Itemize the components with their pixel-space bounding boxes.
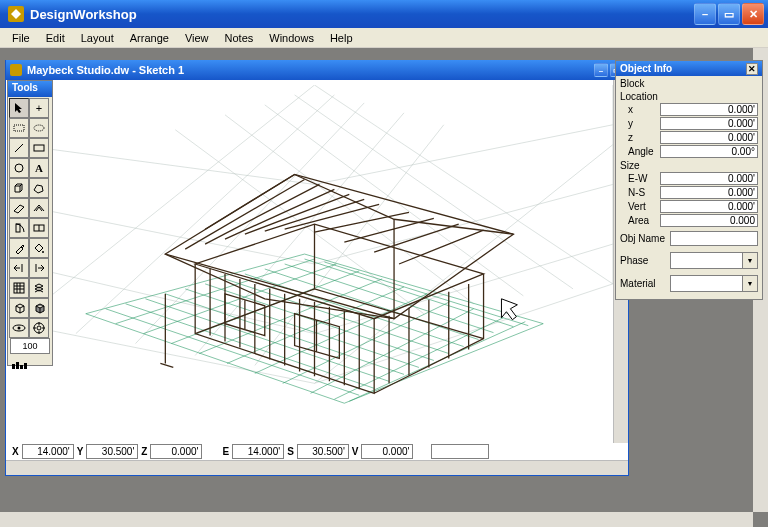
viewport-3d[interactable] (16, 85, 613, 443)
app-icon (8, 6, 24, 22)
info-ew-value[interactable]: 0.000' (660, 172, 758, 185)
svg-rect-15 (12, 364, 15, 369)
coord-v-value[interactable]: 0.000' (361, 444, 413, 459)
info-ns-value[interactable]: 0.000' (660, 186, 758, 199)
tool-paint[interactable] (29, 238, 49, 258)
info-area-value[interactable]: 0.000 (660, 214, 758, 227)
tool-nav-right[interactable] (29, 258, 49, 278)
info-angle-value[interactable]: 0.00° (660, 145, 758, 158)
svg-point-12 (18, 327, 21, 330)
menu-file[interactable]: File (4, 30, 38, 46)
doc-icon (10, 64, 22, 76)
coord-x-value[interactable]: 14.000' (22, 444, 74, 459)
tool-view-eye[interactable] (9, 318, 29, 338)
svg-rect-16 (16, 362, 19, 369)
info-y-label: y (620, 118, 660, 129)
svg-rect-18 (24, 363, 27, 369)
coord-y-label: Y (75, 446, 86, 457)
coord-z-value[interactable]: 0.000' (150, 444, 202, 459)
info-block-label: Block (616, 76, 762, 89)
svg-rect-1 (14, 125, 24, 131)
tool-cube-b[interactable] (29, 298, 49, 318)
doc-title: Maybeck Studio.dw - Sketch 1 (27, 64, 592, 76)
menu-edit[interactable]: Edit (38, 30, 73, 46)
menu-arrange[interactable]: Arrange (122, 30, 177, 46)
tool-view-target[interactable] (29, 318, 49, 338)
tool-wall[interactable] (9, 198, 29, 218)
object-info-close-button[interactable]: ✕ (746, 63, 758, 75)
tools-title[interactable]: Tools (8, 81, 52, 97)
doc-titlebar[interactable]: Maybeck Studio.dw - Sketch 1 – ▭ (6, 60, 628, 80)
tool-polyblock[interactable] (29, 178, 49, 198)
coord-extra-value[interactable] (431, 444, 489, 459)
doc-body: X 14.000' Y 30.500' Z 0.000' E 14.000' S… (6, 80, 628, 475)
tool-circle[interactable] (9, 158, 29, 178)
coord-z-label: Z (139, 446, 149, 457)
tool-grid-a[interactable] (9, 278, 29, 298)
info-objname-label: Obj Name (620, 233, 670, 244)
coord-v-label: V (350, 446, 361, 457)
menu-layout[interactable]: Layout (73, 30, 122, 46)
menu-windows[interactable]: Windows (261, 30, 322, 46)
menu-help[interactable]: Help (322, 30, 361, 46)
tool-cube-a[interactable] (9, 298, 29, 318)
tool-line[interactable] (9, 138, 29, 158)
tool-text[interactable]: A (29, 158, 49, 178)
tool-box3d[interactable] (9, 178, 29, 198)
app-hscrollbar[interactable] (0, 512, 753, 527)
tools-palette[interactable]: Tools + A 100 (7, 80, 53, 366)
doc-hscrollbar[interactable] (6, 460, 628, 475)
minimize-button[interactable]: – (694, 3, 716, 25)
info-ew-label: E-W (620, 173, 660, 184)
coord-y-value[interactable]: 30.500' (86, 444, 138, 459)
coord-e-value[interactable]: 14.000' (232, 444, 284, 459)
svg-line-3 (15, 144, 23, 152)
info-vert-label: Vert (620, 201, 660, 212)
tool-door[interactable] (9, 218, 29, 238)
tool-arrow[interactable] (9, 98, 29, 118)
doc-minimize-button[interactable]: – (594, 63, 608, 77)
menubar: File Edit Layout Arrange View Notes Wind… (0, 28, 768, 48)
tool-roof[interactable] (29, 198, 49, 218)
tool-window[interactable] (29, 218, 49, 238)
info-x-value[interactable]: 0.000' (660, 103, 758, 116)
maximize-button[interactable]: ▭ (718, 3, 740, 25)
svg-point-5 (15, 164, 23, 172)
object-info-panel[interactable]: Object Info ✕ Block Location x0.000' y0.… (615, 60, 763, 300)
close-button[interactable]: ✕ (742, 3, 764, 25)
tool-crosshair[interactable]: + (29, 98, 49, 118)
info-ns-label: N-S (620, 187, 660, 198)
client-area: Maybeck Studio.dw - Sketch 1 – ▭ (0, 48, 768, 527)
tool-zoom-spinner[interactable]: 100 (10, 338, 50, 354)
tool-eyedropper[interactable] (9, 238, 29, 258)
model-wireframe (16, 85, 613, 443)
cursor-icon (501, 299, 517, 320)
svg-rect-17 (20, 365, 23, 369)
info-area-label: Area (620, 215, 660, 226)
tool-marquee-rect[interactable] (9, 118, 29, 138)
info-z-value[interactable]: 0.000' (660, 131, 758, 144)
svg-marker-0 (11, 9, 21, 19)
info-x-label: x (620, 104, 660, 115)
svg-rect-4 (34, 145, 44, 151)
document-window: Maybeck Studio.dw - Sketch 1 – ▭ (5, 60, 629, 476)
info-phase-dropdown[interactable] (670, 252, 758, 269)
tool-histogram[interactable] (10, 355, 50, 363)
coord-s-label: S (285, 446, 296, 457)
menu-view[interactable]: View (177, 30, 217, 46)
info-objname-input[interactable] (670, 231, 758, 246)
tool-grid-b[interactable] (29, 278, 49, 298)
info-y-value[interactable]: 0.000' (660, 117, 758, 130)
object-info-title[interactable]: Object Info ✕ (616, 61, 762, 76)
info-material-dropdown[interactable] (670, 275, 758, 292)
tool-rect[interactable] (29, 138, 49, 158)
coord-s-value[interactable]: 30.500' (297, 444, 349, 459)
tool-nav-left[interactable] (9, 258, 29, 278)
svg-point-2 (34, 125, 44, 131)
menu-notes[interactable]: Notes (217, 30, 262, 46)
info-vert-value[interactable]: 0.000' (660, 200, 758, 213)
tool-marquee-ellipse[interactable] (29, 118, 49, 138)
svg-point-9 (42, 251, 44, 253)
info-phase-label: Phase (620, 255, 670, 266)
coord-x-label: X (10, 446, 21, 457)
